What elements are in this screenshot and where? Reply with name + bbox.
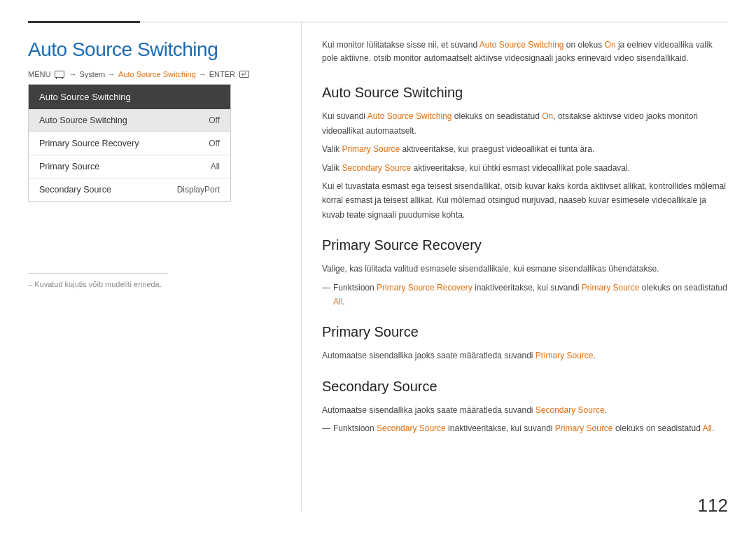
- section-primary-source: Primary Source Automaatse sisendallika j…: [322, 324, 728, 363]
- section-secondary-para1: Automaatse sisendallika jaoks saate määr…: [322, 403, 728, 417]
- section-auto-para1: Kui suvandi Auto Source Switching olekuk…: [322, 109, 728, 138]
- section-secondary-source: Secondary Source Automaatse sisendallika…: [322, 379, 728, 436]
- highlight-primary-source-3: Primary Source: [536, 351, 594, 360]
- menu-item-auto-source-label: Auto Source Switching: [39, 115, 127, 125]
- menu-item-secondary-source-label: Secondary Source: [39, 185, 111, 195]
- menu-box-header: Auto Source Switching: [29, 85, 230, 109]
- vertical-divider: [301, 21, 302, 511]
- highlight-all-1: All: [333, 297, 342, 307]
- right-content: Kui monitor lülitatakse sisse nii, et su…: [322, 38, 728, 451]
- highlight-primary-recovery: Primary Source Recovery: [377, 283, 472, 293]
- section-auto-para2: Valik Primary Source aktiveeritakse, kui…: [322, 142, 728, 156]
- arrow1: →: [69, 70, 76, 78]
- top-bar: [28, 21, 728, 23]
- highlight-primary-source-4: Primary Source: [555, 423, 613, 433]
- menu-icon: [55, 71, 64, 78]
- highlight-secondary-source-1: Secondary Source: [342, 163, 411, 173]
- intro-highlight-auto-source: Auto Source Switching: [479, 40, 564, 50]
- arrow2: →: [108, 70, 115, 78]
- section-title-primary-source: Primary Source: [322, 324, 728, 340]
- section-auto-source-switching: Auto Source Switching Kui suvandi Auto S…: [322, 85, 728, 222]
- menu-item-primary-recovery-value: Off: [209, 139, 220, 148]
- highlight-all-2: All: [703, 423, 712, 433]
- menu-label: MENU: [28, 70, 50, 78]
- highlight-secondary-source-3: Secondary Source: [377, 423, 446, 433]
- menu-item-auto-source[interactable]: Auto Source Switching Off: [29, 109, 230, 132]
- menu-path: MENU → System → Auto Source Switching → …: [28, 70, 251, 78]
- section-auto-para3: Valik Secondary Source aktiveeritakse, k…: [322, 161, 728, 175]
- menu-item-primary-source-label: Primary Source: [39, 162, 99, 171]
- menu-box: Auto Source Switching Auto Source Switch…: [28, 84, 231, 202]
- menu-item-primary-source-value: All: [211, 162, 220, 171]
- intro-paragraph: Kui monitor lülitatakse sisse nii, et su…: [322, 38, 728, 65]
- section-recovery-note1: Funktsioon Primary Source Recovery inakt…: [322, 281, 728, 309]
- highlight-primary-source-2: Primary Source: [582, 283, 640, 293]
- menu-item-primary-source[interactable]: Primary Source All: [29, 155, 230, 178]
- top-bar-line: [140, 22, 728, 22]
- section-primary-para1: Automaatse sisendallika jaoks saate määr…: [322, 349, 728, 363]
- footnote: Kuvatud kujutis võib mudeliti erineda.: [28, 280, 162, 288]
- arrow3: →: [199, 70, 206, 78]
- enter-icon: [239, 71, 249, 78]
- highlight-on-1: On: [542, 111, 553, 121]
- page-title: Auto Source Switching: [28, 38, 218, 61]
- section-recovery-para1: Valige, kas lülitada valitud esmasele si…: [322, 262, 728, 276]
- menu-item-auto-source-value: Off: [209, 115, 220, 125]
- top-bar-accent: [28, 21, 140, 23]
- highlight-primary-source-1: Primary Source: [342, 144, 400, 154]
- section-title-primary-recovery: Primary Source Recovery: [322, 237, 728, 253]
- section-secondary-note1: Funktsioon Secondary Source inaktiveerit…: [322, 421, 728, 435]
- page-number: 112: [698, 495, 728, 517]
- menu-item-secondary-source-value: DisplayPort: [177, 185, 220, 195]
- section-auto-para4: Kui el tuvastata esmast ega teisest sise…: [322, 179, 728, 222]
- section-title-auto-source: Auto Source Switching: [322, 85, 728, 101]
- menu-divider: [28, 273, 168, 274]
- menu-item-secondary-source[interactable]: Secondary Source DisplayPort: [29, 178, 230, 201]
- section-title-secondary-source: Secondary Source: [322, 379, 728, 395]
- enter-label: ENTER: [209, 70, 235, 78]
- highlight-auto-source-1: Auto Source Switching: [368, 111, 452, 121]
- highlight-secondary-source-2: Secondary Source: [536, 405, 605, 415]
- system-label: System: [79, 70, 105, 78]
- intro-highlight-on: On: [605, 40, 616, 50]
- auto-source-path-label: Auto Source Switching: [118, 70, 196, 78]
- section-primary-source-recovery: Primary Source Recovery Valige, kas lüli…: [322, 237, 728, 309]
- menu-item-primary-recovery[interactable]: Primary Source Recovery Off: [29, 132, 230, 155]
- menu-item-primary-recovery-label: Primary Source Recovery: [39, 139, 139, 148]
